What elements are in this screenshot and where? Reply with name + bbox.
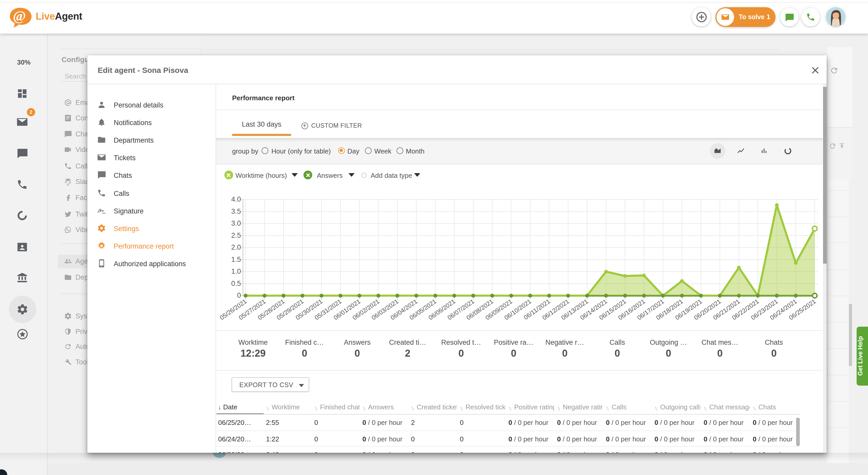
svg-text:2.5: 2.5 <box>231 231 241 239</box>
svg-text:@: @ <box>13 8 26 24</box>
svg-text:2.0: 2.0 <box>231 244 241 251</box>
svg-text:4.0: 4.0 <box>231 195 241 203</box>
svg-text:0: 0 <box>237 291 241 299</box>
svg-text:3.5: 3.5 <box>231 208 241 215</box>
svg-text:3.0: 3.0 <box>231 219 241 227</box>
svg-text:0.5: 0.5 <box>231 280 241 287</box>
svg-text:1.5: 1.5 <box>231 256 241 263</box>
svg-text:1.0: 1.0 <box>231 267 241 275</box>
